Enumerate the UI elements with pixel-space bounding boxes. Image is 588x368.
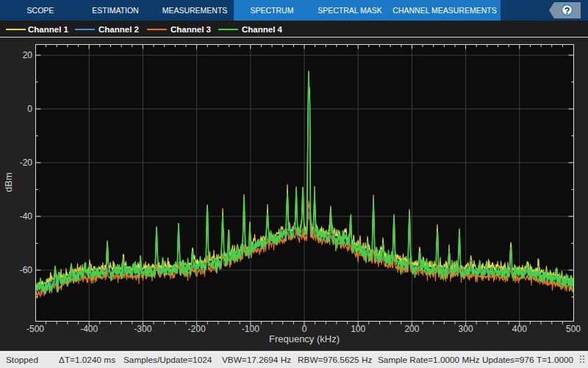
svg-text:100: 100 [351,324,365,334]
svg-text:ΔT=1.0240 ms: ΔT=1.0240 ms [59,355,115,365]
svg-text:RBW=976.5625 Hz: RBW=976.5625 Hz [298,355,372,365]
svg-text:dBm: dBm [3,172,14,192]
svg-text:VBW=17.2694 Hz: VBW=17.2694 Hz [222,355,291,365]
svg-text:Samples/Update=1024: Samples/Update=1024 [123,355,212,365]
svg-text:0: 0 [302,324,307,334]
svg-text:SPECTRUM: SPECTRUM [251,6,294,15]
svg-text:Stopped: Stopped [6,355,38,365]
svg-text:T=1.0000: T=1.0000 [537,355,574,365]
svg-text:-400: -400 [80,324,98,334]
svg-text:500: 500 [566,324,581,334]
svg-text:Sample Rate=1.0000 MHz: Sample Rate=1.0000 MHz [378,355,480,365]
svg-text:SPECTRAL MASK: SPECTRAL MASK [318,6,382,15]
svg-text:0: 0 [27,104,32,114]
svg-text:?: ? [564,6,570,16]
svg-text:-40: -40 [20,211,33,222]
svg-text:-200: -200 [188,324,206,334]
svg-text:CHANNEL MEASUREMENTS: CHANNEL MEASUREMENTS [392,6,496,15]
svg-text:-20: -20 [20,158,33,168]
svg-text:-300: -300 [134,324,151,334]
svg-text:300: 300 [459,324,473,334]
svg-text:ESTIMATION: ESTIMATION [92,6,138,15]
svg-text:Channel 1: Channel 1 [28,25,69,34]
svg-text:Frequency (kHz): Frequency (kHz) [269,333,340,344]
svg-text:200: 200 [404,324,419,334]
svg-text:400: 400 [512,324,527,334]
svg-text:Channel 2: Channel 2 [98,25,139,34]
svg-text:SCOPE: SCOPE [27,6,54,15]
svg-text:-60: -60 [20,265,33,275]
svg-text:Channel 3: Channel 3 [171,25,211,34]
svg-text:MEASUREMENTS: MEASUREMENTS [162,6,228,15]
svg-text:20: 20 [23,50,33,60]
svg-text:-100: -100 [242,324,259,334]
svg-text:-500: -500 [26,324,44,334]
svg-text:Channel 4: Channel 4 [242,25,283,34]
svg-text:Updates=976: Updates=976 [482,355,534,365]
